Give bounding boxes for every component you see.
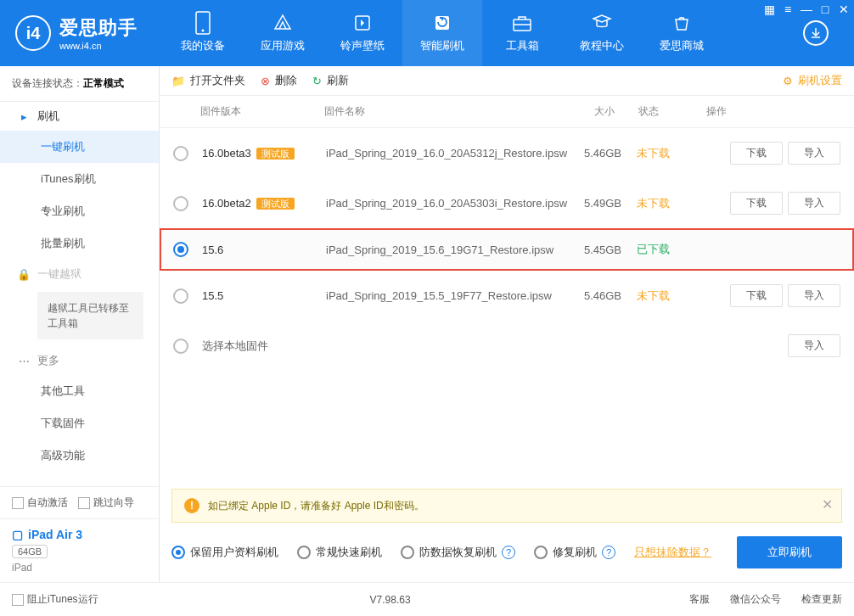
nav-ringtones[interactable]: 铃声壁纸 xyxy=(323,0,402,66)
radio-select[interactable] xyxy=(173,196,188,211)
download-button[interactable]: 下载 xyxy=(730,192,783,215)
sidebar-item-batch[interactable]: 批量刷机 xyxy=(0,227,159,260)
erase-link[interactable]: 只想抹除数据？ xyxy=(634,545,711,560)
music-icon xyxy=(352,13,373,33)
nav-tutorials[interactable]: 教程中心 xyxy=(562,0,642,66)
help-icon[interactable]: ? xyxy=(502,546,515,559)
check-update-link[interactable]: 检查更新 xyxy=(801,592,842,607)
device-info[interactable]: ▢iPad Air 3 64GB iPad xyxy=(0,518,159,582)
sidebar-item-other-tools[interactable]: 其他工具 xyxy=(0,375,159,407)
block-itunes-checkbox[interactable]: 阻止iTunes运行 xyxy=(12,592,98,607)
import-local-button[interactable]: 导入 xyxy=(788,334,840,357)
auto-activate-checkbox[interactable]: 自动激活 xyxy=(12,496,68,510)
sidebar-item-itunes[interactable]: iTunes刷机 xyxy=(0,163,159,195)
firmware-size: 5.46GB xyxy=(569,289,637,302)
more-icon: ⋯ xyxy=(17,354,31,367)
nav-toolbox[interactable]: 工具箱 xyxy=(482,0,562,66)
sidebar-item-oneclick[interactable]: 一键刷机 xyxy=(0,131,159,163)
refresh-button[interactable]: ↻刷新 xyxy=(312,73,349,88)
firmware-row[interactable]: 15.5 iPad_Spring_2019_15.5_19F77_Restore… xyxy=(160,271,854,321)
nav-flash[interactable]: 智能刷机 xyxy=(402,0,482,66)
beta-tag: 测试版 xyxy=(256,198,295,210)
opt-quick[interactable]: 常规快速刷机 xyxy=(297,545,382,560)
apps-icon xyxy=(272,13,293,33)
sidebar-item-download-fw[interactable]: 下载固件 xyxy=(0,407,159,440)
firmware-status: 已下载 xyxy=(637,242,705,257)
list-icon[interactable]: ≡ xyxy=(779,2,796,17)
skip-guide-checkbox[interactable]: 跳过向导 xyxy=(78,496,134,510)
radio-select[interactable] xyxy=(173,146,188,161)
opt-anti-recovery[interactable]: 防数据恢复刷机? xyxy=(401,545,515,560)
tutorial-icon xyxy=(592,13,612,33)
download-button[interactable]: 下载 xyxy=(730,284,783,307)
lock-icon: 🔒 xyxy=(17,267,31,281)
radio-select[interactable] xyxy=(173,242,188,257)
sidebar-item-advanced[interactable]: 高级功能 xyxy=(0,440,159,472)
close-icon[interactable]: ✕ xyxy=(835,2,852,17)
firmware-status: 未下载 xyxy=(637,288,705,304)
storage-badge: 64GB xyxy=(12,545,48,558)
nav-my-device[interactable]: 我的设备 xyxy=(163,0,243,66)
sidebar-item-pro[interactable]: 专业刷机 xyxy=(0,195,159,227)
sidebar: 设备连接状态：正常模式 ▸ 刷机 一键刷机 iTunes刷机 专业刷机 批量刷机… xyxy=(0,66,160,582)
download-manager-icon[interactable] xyxy=(803,20,829,46)
firmware-row[interactable]: 16.0beta2测试版 iPad_Spring_2019_16.0_20A53… xyxy=(160,178,854,228)
store-icon xyxy=(671,13,692,33)
connection-status: 设备连接状态：正常模式 xyxy=(0,66,159,102)
open-folder-button[interactable]: 📁打开文件夹 xyxy=(171,73,245,88)
firmware-name: iPad_Spring_2019_15.6_19G71_Restore.ipsw xyxy=(326,244,569,256)
sidebar-group-jailbreak[interactable]: 🔒 一键越狱 xyxy=(0,260,159,288)
support-link[interactable]: 客服 xyxy=(689,592,710,607)
flash-now-button[interactable]: 立即刷机 xyxy=(737,536,842,568)
firmware-name: iPad_Spring_2019_16.0_20A5312j_Restore.i… xyxy=(326,147,569,160)
svg-point-1 xyxy=(202,30,205,32)
local-firmware-row[interactable]: 选择本地固件 导入 xyxy=(160,321,854,371)
firmware-size: 5.49GB xyxy=(569,197,637,210)
alert-bar: ! 如已绑定 Apple ID，请准备好 Apple ID和密码。 ✕ xyxy=(171,489,842,523)
flash-options: 保留用户资料刷机 常规快速刷机 防数据恢复刷机? 修复刷机? 只想抹除数据？ 立… xyxy=(160,523,854,582)
sidebar-footer: 自动激活 跳过向导 xyxy=(0,486,159,518)
radio-select[interactable] xyxy=(173,288,188,304)
logo-icon: i4 xyxy=(15,15,51,51)
minimize-icon[interactable]: — xyxy=(798,2,815,17)
nav-store[interactable]: 爱思商城 xyxy=(642,0,722,66)
import-button[interactable]: 导入 xyxy=(788,142,840,165)
wechat-link[interactable]: 微信公众号 xyxy=(730,592,781,607)
nav-apps[interactable]: 应用游戏 xyxy=(243,0,323,66)
folder-icon: 📁 xyxy=(171,75,185,87)
firmware-status: 未下载 xyxy=(637,146,705,161)
toolbar: 📁打开文件夹 ⊗删除 ↻刷新 ⚙刷机设置 xyxy=(160,66,854,96)
radio-local[interactable] xyxy=(173,339,188,354)
flash-icon xyxy=(432,13,452,33)
delete-icon: ⊗ xyxy=(261,75,270,87)
maximize-icon[interactable]: □ xyxy=(817,2,834,17)
import-button[interactable]: 导入 xyxy=(788,284,840,307)
download-button[interactable]: 下载 xyxy=(730,142,783,165)
opt-repair[interactable]: 修复刷机? xyxy=(534,545,615,560)
firmware-row[interactable]: 15.6 iPad_Spring_2019_15.6_19G71_Restore… xyxy=(160,228,854,271)
flash-small-icon: ▸ xyxy=(17,109,31,123)
sidebar-group-flash[interactable]: ▸ 刷机 xyxy=(0,102,159,131)
refresh-icon: ↻ xyxy=(312,75,322,87)
sidebar-group-more[interactable]: ⋯ 更多 xyxy=(0,346,159,375)
warning-icon: ! xyxy=(184,498,199,513)
import-button[interactable]: 导入 xyxy=(788,192,840,215)
delete-button[interactable]: ⊗删除 xyxy=(261,73,297,88)
firmware-status: 未下载 xyxy=(637,196,705,211)
alert-close-icon[interactable]: ✕ xyxy=(822,496,833,512)
logo[interactable]: i4 爱思助手 www.i4.cn xyxy=(15,15,138,51)
version-label: V7.98.63 xyxy=(370,594,411,606)
logo-subtitle: www.i4.cn xyxy=(59,41,138,51)
firmware-row[interactable]: 16.0beta3测试版 iPad_Spring_2019_16.0_20A53… xyxy=(160,128,854,178)
firmware-size: 5.45GB xyxy=(569,244,637,256)
logo-title: 爱思助手 xyxy=(59,17,138,38)
opt-keep-data[interactable]: 保留用户资料刷机 xyxy=(171,545,278,560)
firmware-size: 5.46GB xyxy=(569,147,637,160)
help-icon-2[interactable]: ? xyxy=(602,546,615,559)
device-type: iPad xyxy=(12,562,147,574)
jailbreak-note: 越狱工具已转移至工具箱 xyxy=(37,292,143,339)
grid-icon[interactable]: ▦ xyxy=(761,2,778,17)
flash-settings-button[interactable]: ⚙刷机设置 xyxy=(783,73,842,88)
tablet-icon: ▢ xyxy=(12,528,23,541)
nav-tabs: 我的设备 应用游戏 铃声壁纸 智能刷机 工具箱 教程中心 爱思商城 xyxy=(163,0,803,66)
